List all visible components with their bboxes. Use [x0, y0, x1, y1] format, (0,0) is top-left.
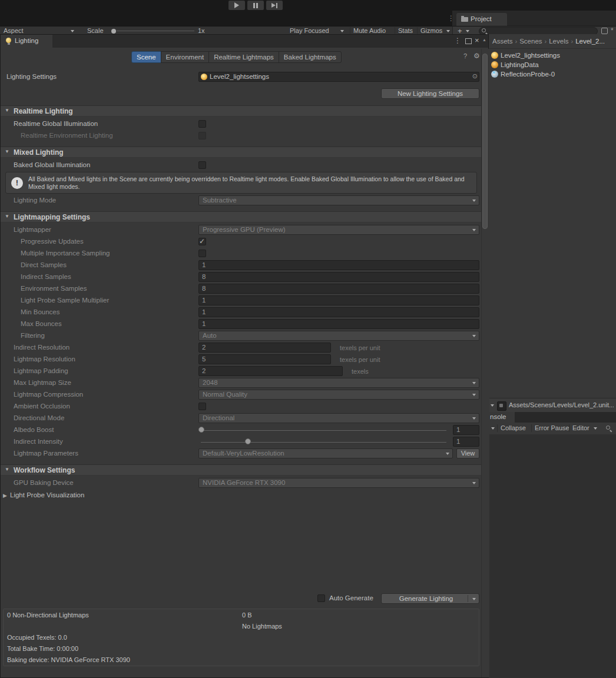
scroll-up-icon[interactable]: ▲ — [482, 38, 486, 42]
lightmap-resolution-label: Lightmap Resolution — [14, 355, 75, 363]
light-probe-sample-multiplier-field[interactable]: 1 — [198, 295, 479, 305]
section-workflow-settings[interactable]: ▼ Workflow Settings — [1, 464, 482, 476]
indirect-resolution-field[interactable]: 2 — [198, 343, 331, 353]
directional-mode-dropdown[interactable]: Directional — [198, 413, 479, 423]
scale-slider-knob[interactable] — [111, 29, 116, 34]
indirect-resolution-label: Indirect Resolution — [14, 344, 69, 351]
stats-toggle[interactable]: Stats — [398, 27, 413, 34]
console-search-icon[interactable] — [605, 425, 612, 431]
warning-text: All Baked and Mixed lights in the Scene … — [28, 175, 471, 191]
lightmap-compression-value: Normal Quality — [203, 391, 247, 398]
lighting-tab-label: Lighting — [15, 37, 38, 44]
view-button[interactable]: View — [456, 448, 479, 458]
object-picker-icon[interactable]: ⊙ — [472, 72, 478, 80]
generate-options-caret-icon[interactable] — [472, 598, 476, 600]
help-icon[interactable]: ? — [463, 52, 467, 59]
stat-occupied-texels: Occupied Texels: 0.0 — [7, 634, 67, 641]
lightmapper-dropdown[interactable]: Progressive GPU (Preview) — [198, 225, 479, 235]
lightmap-padding-field[interactable]: 2 — [198, 366, 343, 376]
section-realtime-lighting[interactable]: ▼ Realtime Lighting — [1, 105, 482, 117]
direct-samples-field[interactable]: 1 — [198, 260, 479, 270]
generate-lighting-button[interactable]: Generate Lighting — [381, 593, 479, 604]
breadcrumb-assets[interactable]: Assets — [492, 38, 513, 45]
section-title: Mixed Lighting — [14, 148, 64, 157]
new-lighting-settings-button[interactable]: New Lighting Settings — [381, 88, 479, 99]
environment-samples-field[interactable]: 8 — [198, 284, 479, 294]
scrollbar-thumb[interactable] — [482, 54, 488, 229]
section-title: Lightmapping Settings — [14, 213, 90, 221]
gizmos-dropdown[interactable]: Gizmos — [420, 27, 442, 34]
realtime-env-lighting-checkbox — [198, 132, 206, 139]
save-search-icon[interactable] — [601, 28, 608, 34]
foldout-closed-icon[interactable]: ▶ — [3, 493, 7, 498]
lighting-window-header: Lighting ⋮ × ▲ — [1, 35, 488, 48]
auto-generate-checkbox[interactable] — [317, 594, 325, 602]
breadcrumb-scenes[interactable]: Scenes — [519, 38, 542, 45]
lightmap-resolution-field[interactable]: 5 — [198, 354, 331, 364]
play-focused-dropdown[interactable]: Play Focused — [290, 27, 329, 34]
tab-realtime-lightmaps[interactable]: Realtime Lightmaps — [208, 51, 279, 63]
filtering-dropdown[interactable]: Auto — [198, 331, 479, 341]
stat-lightmaps: 0 Non-Directional Lightmaps — [7, 611, 89, 619]
foldout-open-icon: ▼ — [5, 214, 9, 219]
indirect-intensity-slider-knob[interactable] — [245, 438, 251, 444]
section-lightmapping-settings[interactable]: ▼ Lightmapping Settings — [1, 211, 482, 222]
albedo-boost-field[interactable]: 1 — [453, 425, 479, 435]
tab-console[interactable]: nsole — [489, 412, 515, 423]
lighting-data-icon — [491, 61, 498, 68]
play-icon — [234, 2, 239, 8]
tab-project[interactable]: Project — [456, 13, 507, 26]
editor-dropdown[interactable]: Editor — [572, 424, 589, 431]
console-content — [489, 434, 616, 678]
project-tab-label: Project — [471, 15, 492, 22]
max-bounces-field[interactable]: 1 — [198, 319, 479, 329]
play-button[interactable] — [228, 1, 245, 10]
indirect-intensity-slider-track[interactable] — [201, 442, 446, 443]
dropdown-arrow-icon — [472, 335, 476, 337]
lightmap-compression-dropdown[interactable]: Normal Quality — [198, 390, 479, 400]
asset-item-lightsettings[interactable]: Level2_lightsettings — [491, 51, 560, 60]
lightmap-parameters-dropdown[interactable]: Default-VeryLowResolution — [198, 448, 453, 458]
breadcrumb-levels[interactable]: Levels — [549, 38, 568, 45]
gear-icon[interactable]: ⚙ — [473, 52, 480, 60]
hidden-packages-icon[interactable]: * — [611, 26, 614, 35]
scale-slider-track[interactable] — [117, 31, 194, 31]
mute-audio-toggle[interactable]: Mute Audio — [353, 27, 386, 34]
realtime-gi-checkbox[interactable] — [198, 120, 206, 128]
section-mixed-lighting[interactable]: ▼ Mixed Lighting — [1, 147, 482, 158]
tab-lighting[interactable]: Lighting — [1, 35, 52, 48]
albedo-boost-slider-knob[interactable] — [198, 427, 204, 433]
clear-caret-icon[interactable] — [491, 427, 495, 430]
asset-label: ReflectionProbe-0 — [501, 71, 555, 78]
albedo-boost-slider-track[interactable] — [201, 430, 446, 431]
gpu-baking-device-dropdown[interactable]: NVIDIA GeForce RTX 3090 — [198, 478, 479, 488]
tab-environment[interactable]: Environment — [161, 51, 210, 63]
baked-gi-checkbox[interactable] — [198, 161, 206, 169]
lighting-settings-object-field[interactable]: Level2_lightsettings ⊙ — [198, 72, 479, 82]
tab-baked-lightmaps[interactable]: Baked Lightmaps — [279, 51, 342, 63]
collapse-toggle[interactable]: Collapse — [501, 424, 526, 431]
min-bounces-field[interactable]: 1 — [198, 307, 479, 317]
breadcrumb-sep-icon: › — [515, 38, 518, 45]
max-lightmap-size-dropdown[interactable]: 2048 — [198, 378, 479, 388]
window-menu-icon[interactable]: ⋮ — [454, 36, 461, 45]
indirect-samples-field[interactable]: 8 — [198, 272, 479, 282]
lighting-window: Lighting ⋮ × ▲ Scene Environment Realtim… — [0, 34, 489, 678]
progressive-updates-checkbox[interactable]: ✓ — [198, 238, 206, 245]
asset-item-lightingdata[interactable]: LightingData — [491, 60, 539, 69]
lighting-mode-tabs: Scene Environment Realtime Lightmaps Bak… — [131, 51, 342, 63]
asset-item-reflectionprobe[interactable]: ReflectionProbe-0 — [491, 69, 555, 79]
aspect-dropdown[interactable]: Aspect — [4, 27, 24, 34]
breadcrumb-current[interactable]: Level_2... — [575, 38, 605, 45]
error-pause-toggle[interactable]: Error Pause — [535, 424, 569, 431]
multiple-importance-sampling-checkbox[interactable] — [198, 250, 206, 257]
tab-scene[interactable]: Scene — [131, 51, 161, 63]
pause-button[interactable] — [247, 1, 264, 10]
asset-label: LightingData — [501, 61, 539, 68]
close-icon[interactable]: × — [475, 36, 479, 45]
indirect-intensity-field[interactable]: 1 — [453, 437, 479, 447]
light-probe-visualization-foldout[interactable]: Light Probe Visualization — [10, 491, 84, 498]
step-button[interactable] — [266, 1, 283, 10]
ambient-occlusion-checkbox[interactable] — [198, 403, 206, 410]
maximize-icon[interactable] — [465, 38, 472, 44]
